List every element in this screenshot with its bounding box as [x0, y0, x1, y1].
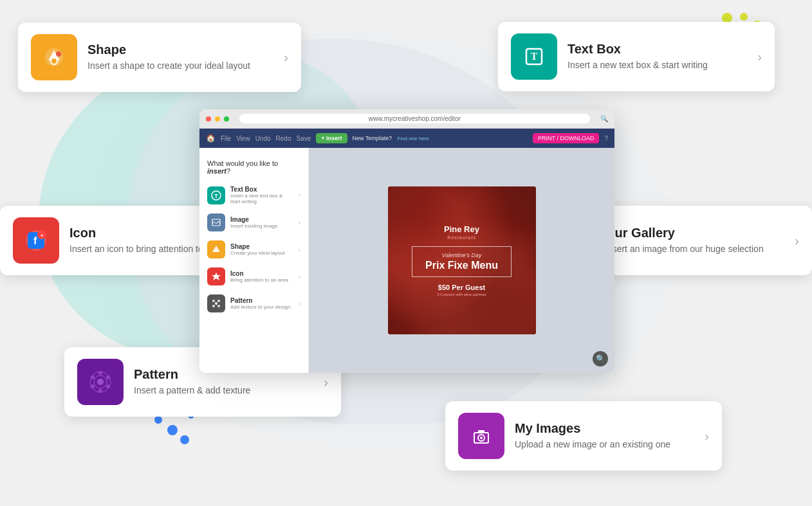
svg-text:f: f: [33, 235, 37, 246]
textbox-card-desc: Insert a new text box & start writing: [567, 59, 747, 72]
sidebar-item-icon[interactable]: Icon Bring attention to an area ›: [199, 263, 308, 290]
sidebar-icon-desc: Bring attention to an area: [230, 277, 293, 283]
pattern-card-desc: Insert a pattern & add texture: [134, 384, 313, 397]
design-main-title: Prix Fixe Menu: [425, 260, 498, 271]
svg-point-44: [212, 300, 215, 302]
blue-dot: [180, 435, 189, 444]
browser-dot-green: [224, 116, 229, 122]
sidebar-item-image[interactable]: Image Insert existing image ›: [199, 209, 308, 236]
gallery-card-desc: Insert an image from our huge selection: [605, 243, 784, 256]
pattern-card-icon: [77, 359, 124, 405]
design-event-type: Valentine's Day: [425, 252, 498, 258]
svg-point-38: [480, 437, 483, 439]
textbox-card-content: Text Box Insert a new text box & start w…: [567, 42, 747, 72]
svg-text:T: T: [531, 51, 538, 62]
sidebar-item-shape[interactable]: Shape Create your ideal layout ›: [199, 236, 308, 263]
sidebar-icon-chevron: ›: [299, 273, 300, 280]
sidebar-textbox-desc: Insert a new text box & start writing: [230, 193, 293, 204]
design-preview: Pine Rey Restaurant Valentine's Day Prix…: [388, 186, 536, 334]
browser-mockup: www.mycreativeshop.com/editor 🔍 🏠 File V…: [199, 109, 614, 373]
zoom-button[interactable]: 🔍: [593, 351, 608, 366]
gallery-card-arrow: ›: [795, 233, 799, 248]
sidebar-icon-shape: [207, 240, 225, 258]
nav-file[interactable]: File: [221, 135, 231, 142]
nav-print-button[interactable]: PRINT / DOWNLOAD: [533, 133, 599, 143]
svg-point-28: [98, 371, 102, 375]
sidebar-image-text: Image Insert existing image: [230, 216, 293, 229]
shape-card-desc: Insert a shape to create your ideal layo…: [88, 60, 273, 73]
nav-view[interactable]: View: [236, 135, 250, 142]
svg-text:T: T: [214, 193, 218, 199]
pattern-card-arrow: ›: [324, 375, 328, 390]
sidebar-pattern-title: Pattern: [230, 297, 293, 304]
sidebar-textbox-title: Text Box: [230, 186, 293, 193]
sidebar-item-textbox[interactable]: T Text Box Insert a new text box & start…: [199, 181, 308, 209]
myimages-card-content: My Images Upload a new image or an exist…: [515, 421, 694, 451]
nav-home-icon: 🏠: [206, 134, 216, 143]
sidebar-image-desc: Insert existing image: [230, 223, 293, 229]
gallery-card-content: Our Gallery Insert an image from our hug…: [605, 226, 784, 256]
editor-body: What would you like to insert? T Text Bo…: [199, 148, 614, 373]
svg-point-33: [91, 375, 95, 379]
svg-rect-37: [478, 430, 484, 433]
myimages-card-title: My Images: [515, 421, 694, 436]
textbox-card-title: Text Box: [567, 42, 747, 57]
sidebar-icon-image: [207, 213, 225, 231]
nav-new-template: New Template?: [353, 135, 392, 141]
blue-dot: [154, 416, 162, 424]
icon-card-icon: f +: [13, 217, 59, 264]
sidebar-header-highlight: insert: [207, 167, 226, 175]
textbox-card[interactable]: T Text Box Insert a new text box & start…: [498, 22, 775, 91]
sidebar-shape-title: Shape: [230, 243, 293, 250]
blue-dot: [167, 425, 178, 435]
sidebar-image-chevron: ›: [299, 219, 300, 226]
nav-undo[interactable]: Undo: [255, 135, 271, 142]
sidebar-item-pattern[interactable]: Pattern Add texture to your design ›: [199, 290, 308, 317]
svg-marker-42: [212, 246, 220, 252]
svg-point-45: [217, 300, 220, 302]
shape-card-icon: [31, 34, 77, 80]
svg-point-3: [56, 51, 61, 57]
design-price: $50 Per Guest: [412, 284, 512, 291]
svg-point-2: [51, 58, 57, 64]
svg-point-31: [98, 389, 102, 393]
sidebar-pattern-chevron: ›: [299, 300, 300, 307]
svg-point-46: [212, 305, 215, 307]
gallery-card-title: Our Gallery: [605, 226, 784, 240]
yellow-dot: [740, 13, 748, 21]
editor-canvas[interactable]: Pine Rey Restaurant Valentine's Day Prix…: [309, 148, 614, 373]
svg-point-34: [469, 424, 494, 448]
sidebar-shape-desc: Create your ideal layout: [230, 250, 293, 256]
svg-point-30: [106, 384, 110, 388]
editor-nav-bar: 🏠 File View Undo Redo Save + Insert New …: [199, 129, 614, 148]
svg-point-47: [217, 305, 220, 307]
myimages-card-icon: [458, 413, 504, 459]
shape-card-arrow: ›: [284, 50, 288, 65]
svg-marker-43: [212, 273, 221, 280]
sidebar-textbox-chevron: ›: [299, 192, 300, 199]
shape-card[interactable]: Shape Insert a shape to create your idea…: [18, 23, 301, 92]
browser-url-bar[interactable]: www.mycreativeshop.com/editor: [239, 114, 590, 123]
sidebar-icon-textbox: T: [207, 186, 225, 204]
shape-card-content: Shape Insert a shape to create your idea…: [88, 42, 273, 73]
myimages-card-arrow: ›: [705, 429, 709, 444]
browser-search-icon: 🔍: [600, 115, 608, 122]
svg-text:+: +: [41, 233, 44, 239]
browser-dot-red: [206, 116, 211, 122]
nav-insert-button[interactable]: + Insert: [316, 133, 347, 143]
sidebar-icon-text: Icon Bring attention to an area: [230, 270, 293, 283]
sidebar-shape-text: Shape Create your ideal layout: [230, 243, 293, 256]
sidebar-icon-pattern: [207, 294, 225, 312]
nav-save[interactable]: Save: [296, 135, 311, 142]
textbox-card-arrow: ›: [757, 50, 762, 64]
nav-find-here[interactable]: Find one here: [397, 136, 429, 141]
textbox-card-icon: T: [511, 33, 557, 80]
design-restaurant-name: Pine Rey: [412, 224, 512, 234]
design-note: 3 Courses with wine pairings: [412, 293, 512, 296]
nav-redo[interactable]: Redo: [276, 135, 291, 142]
nav-help-icon: ?: [604, 135, 608, 142]
design-restaurant-subtitle: Restaurant: [412, 235, 512, 240]
myimages-card[interactable]: My Images Upload a new image or an exist…: [445, 401, 722, 471]
browser-dot-yellow: [215, 116, 220, 122]
editor-sidebar: What would you like to insert? T Text Bo…: [199, 148, 309, 373]
